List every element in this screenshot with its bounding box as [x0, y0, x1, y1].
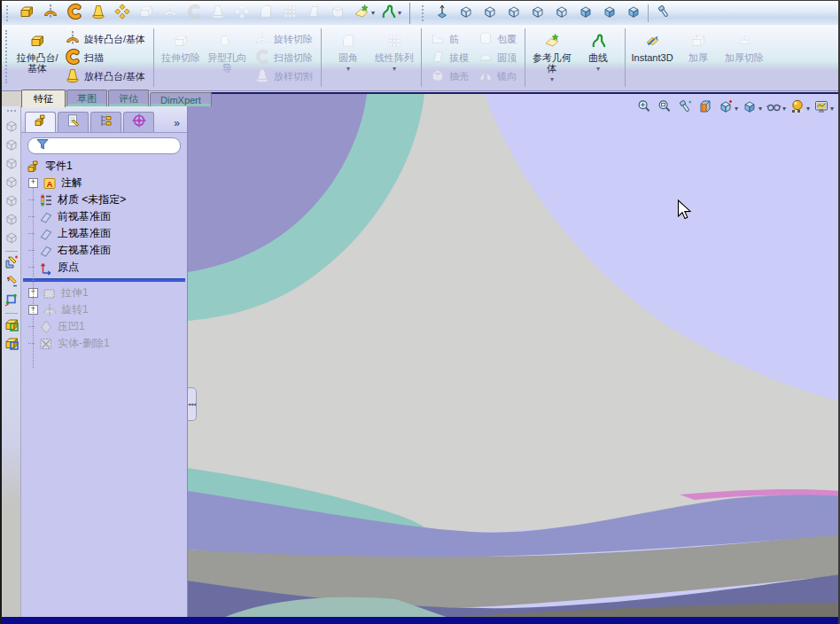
draft-button[interactable] [301, 3, 325, 24]
edit-component-button[interactable] [3, 335, 20, 354]
view-cube-back-button[interactable] [3, 136, 20, 155]
boundary-cut-button[interactable] [229, 3, 253, 24]
revolved-boss-button[interactable] [38, 3, 62, 24]
graphics-area[interactable]: ▾▾▾▾▾ ◂◂◂ [188, 92, 838, 617]
tree-item[interactable]: 零件1 [21, 158, 187, 175]
propertymanager-tab[interactable] [58, 112, 89, 132]
mirror-button[interactable]: 镜向 [473, 67, 521, 86]
view-cube-left-button[interactable] [3, 155, 20, 174]
linear-pattern-button[interactable] [277, 3, 301, 24]
panel-splitter-handle[interactable]: ◂◂◂ [188, 387, 197, 421]
dropdown-caret-icon[interactable]: ▾ [371, 9, 375, 17]
extruded-cut-button[interactable]: 拉伸切除 [158, 25, 204, 90]
panel-overflow-chevron[interactable]: » [174, 117, 183, 132]
curves-button[interactable]: 曲线▾ [575, 25, 621, 90]
linear-pattern-button[interactable]: 线性阵列▾ [371, 25, 417, 90]
dropdown-caret-icon[interactable]: ▾ [550, 74, 554, 85]
fillet-button[interactable]: 圆角▾ [325, 25, 371, 90]
toolbar-grip[interactable] [5, 30, 10, 83]
tree-item[interactable]: +拉伸1 [21, 285, 187, 301]
thicken-cut-button[interactable]: 加厚切除 [721, 25, 767, 90]
temporary-axes-button[interactable] [430, 3, 454, 24]
tab-评估[interactable]: 评估 [108, 90, 149, 106]
reference-geometry-button[interactable] [349, 3, 373, 24]
apply-scene-button[interactable] [812, 98, 831, 118]
dropdown-caret-icon[interactable]: ▾ [398, 9, 401, 17]
view-front-button[interactable] [454, 3, 478, 24]
shell-button[interactable] [325, 3, 349, 24]
dropdown-caret-icon[interactable]: ▾ [596, 64, 600, 74]
swept-cut-button[interactable] [182, 3, 206, 24]
tree-item[interactable]: 材质 <未指定> [21, 191, 187, 208]
display-style-button[interactable] [740, 98, 759, 118]
view-cube-isometric-button[interactable] [3, 230, 20, 248]
previous-view-button[interactable] [675, 98, 695, 118]
isometric-button[interactable] [621, 3, 645, 24]
thicken-button[interactable]: 加厚 [675, 25, 721, 90]
toolbar-grip[interactable] [422, 5, 426, 21]
tree-item[interactable]: 右视基准面 [21, 242, 187, 259]
tab-特征[interactable]: 特征 [21, 90, 66, 107]
hole-wizard-button[interactable]: 异型孔向导 [204, 25, 250, 90]
sketch-button[interactable] [3, 254, 20, 273]
view-cube-top-button[interactable] [3, 192, 20, 211]
featuremanager-tab[interactable] [25, 112, 56, 132]
swept-boss-button[interactable] [62, 3, 86, 24]
dropdown-caret-icon[interactable]: ▾ [782, 105, 786, 113]
shaded-with-edges-button[interactable] [573, 3, 597, 24]
reference-geometry-button[interactable]: 参考几何体▾ [529, 25, 575, 90]
view-right-button[interactable] [525, 3, 549, 24]
revolved-boss-button[interactable]: 旋转凸台/基体 [60, 30, 150, 49]
rollback-bar[interactable] [23, 278, 185, 282]
section-view-button[interactable] [696, 98, 715, 118]
view-settings-button[interactable] [651, 3, 675, 24]
dimxpertmanager-tab[interactable] [123, 112, 154, 132]
dropdown-caret-icon[interactable]: ▾ [758, 105, 762, 113]
view-top-button[interactable] [549, 3, 573, 24]
tree-item[interactable]: +A注解 [21, 175, 187, 191]
dome-button[interactable]: 圆顶 [473, 49, 521, 67]
extruded-boss-button[interactable] [14, 3, 38, 24]
convert-entities-button[interactable] [3, 292, 20, 310]
shell-button[interactable]: 抽壳 [425, 67, 473, 86]
lofted-cut-button[interactable]: 放样切割 [250, 67, 317, 86]
extruded-cut-button[interactable] [134, 3, 158, 24]
instant3d-button[interactable]: Instant3D [629, 25, 675, 90]
tree-item[interactable]: 上视基准面 [21, 225, 187, 242]
tree-item[interactable]: 实体-删除1 [21, 335, 187, 352]
dropdown-caret-icon[interactable]: ▾ [393, 64, 396, 74]
lofted-boss-button[interactable]: 放样凸台/基体 [60, 67, 150, 86]
toolbar-grip[interactable] [6, 5, 11, 21]
view-cube-bottom-button[interactable] [3, 211, 20, 230]
toolbar-grip[interactable] [7, 110, 16, 115]
curves-button[interactable] [376, 3, 400, 24]
revolved-cut-button[interactable] [158, 3, 182, 24]
filter-input[interactable] [54, 140, 183, 152]
zoom-to-fit-button[interactable] [634, 98, 654, 118]
wrap-button[interactable]: 包覆 [473, 30, 521, 49]
zoom-to-area-button[interactable] [655, 98, 674, 118]
configurationmanager-tab[interactable] [90, 112, 121, 132]
view-left-button[interactable] [502, 3, 525, 24]
tab-DimXpert[interactable]: DimXpert [150, 92, 212, 106]
view-cube-front-button[interactable] [3, 118, 20, 136]
extruded-boss-button[interactable]: 拉伸凸台/基体 [14, 25, 60, 90]
tree-item[interactable]: 前视基准面 [21, 208, 187, 225]
tab-草图[interactable]: 草图 [66, 90, 107, 106]
edit-part-button[interactable] [3, 316, 20, 335]
dropdown-caret-icon[interactable]: ▾ [806, 105, 810, 113]
revolved-cut-button[interactable]: 旋转切除 [250, 30, 317, 49]
swept-boss-button[interactable]: 扫描 [60, 49, 150, 67]
dropdown-caret-icon[interactable]: ▾ [735, 105, 738, 113]
rib-button[interactable]: 筋 [425, 30, 473, 49]
draft-button[interactable]: 拔模 [425, 49, 473, 67]
fillet-button[interactable] [253, 3, 277, 24]
view-back-button[interactable] [478, 3, 502, 24]
edit-appearance-button[interactable] [788, 98, 807, 118]
lofted-boss-button[interactable] [86, 3, 110, 24]
sketch-3d-button[interactable] [3, 273, 20, 292]
hide-show-items-button[interactable] [764, 98, 783, 118]
view-cube-right-button[interactable] [3, 174, 20, 192]
tree-item[interactable]: 压凹1 [21, 318, 187, 335]
dropdown-caret-icon[interactable]: ▾ [346, 64, 350, 74]
